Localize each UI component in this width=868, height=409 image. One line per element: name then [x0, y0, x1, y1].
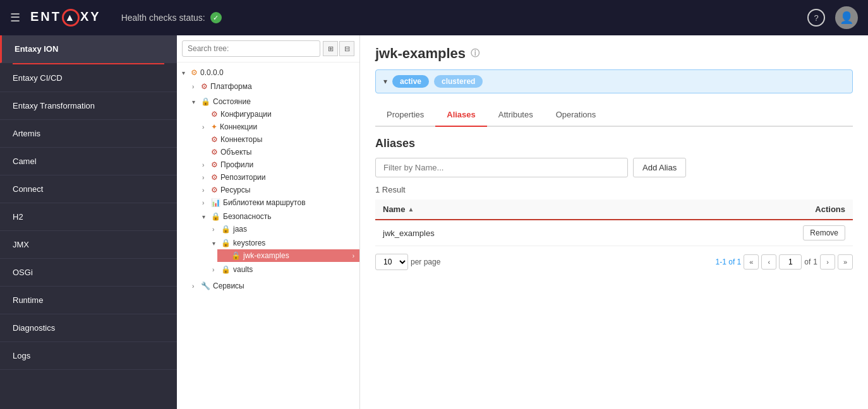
col-actions: Actions — [790, 199, 853, 220]
sidebar-item-label: JMX — [13, 240, 29, 249]
sidebar-item-connect[interactable]: Connect — [0, 175, 177, 203]
tree-node-label: Платформа — [210, 82, 252, 91]
tree-search-input[interactable] — [182, 40, 320, 57]
table-row: jwk_examples Remove — [375, 220, 853, 246]
col-actions-label: Actions — [815, 204, 845, 214]
tree-node-label: Профили — [220, 160, 253, 169]
health-check-icon: ✓ — [213, 14, 219, 22]
sidebar-item-label: Diagnostics — [13, 323, 55, 333]
sort-asc-icon: ▲ — [407, 206, 414, 213]
tree-node-row-vaults[interactable]: › 🔒 vaults — [207, 263, 359, 276]
tree-node-row-config[interactable]: ⚙ Конфигурации — [197, 108, 359, 121]
sidebar-item-label: Connect — [13, 184, 43, 194]
sidebar-item-entaxy-ion[interactable]: Entaxy ION — [0, 35, 177, 63]
chevron-right-icon: › — [202, 187, 208, 194]
tree-node-label: Безопасность — [223, 212, 272, 221]
health-status: Health checks status: ✓ — [121, 12, 222, 23]
tab-properties[interactable]: Properties — [375, 104, 435, 127]
tree-collapse-all-button[interactable]: ⊟ — [339, 41, 354, 56]
tree-node-label: jaas — [233, 225, 247, 234]
chevron-right-icon: › — [212, 226, 219, 233]
chevron-right-icon: › — [202, 162, 208, 169]
sidebar-item-diagnostics[interactable]: Diagnostics — [0, 314, 177, 342]
tree-node-row-jaas[interactable]: › 🔒 jaas — [207, 223, 359, 235]
per-page-select[interactable]: 10 25 50 — [375, 254, 408, 270]
sidebar-item-logs[interactable]: Logs — [0, 342, 177, 370]
tree-search-bar: ⊞ ⊟ — [177, 35, 359, 62]
tree-node-label: Коннекции — [220, 122, 257, 131]
tree-node-row-connectors[interactable]: ⚙ Коннекторы — [197, 133, 359, 146]
next-page-button[interactable]: › — [820, 254, 835, 270]
pagination-right: 1-1 of 1 « ‹ of 1 › » — [716, 254, 853, 270]
tree-node-label: Библиотеки маршрутов — [223, 198, 306, 207]
tab-aliases[interactable]: Aliases — [435, 104, 487, 127]
sidebar-item-label: OSGi — [13, 268, 33, 277]
help-icon[interactable]: ? — [807, 9, 825, 27]
first-page-button[interactable]: « — [744, 254, 759, 270]
sidebar-item-label: Entaxy Transformation — [13, 101, 95, 110]
node-icon-state: 🔒 — [201, 97, 210, 106]
tabs-row: Properties Aliases Attributes Operations — [375, 104, 853, 127]
node-icon-services: 🔧 — [201, 282, 210, 290]
tab-attributes[interactable]: Attributes — [487, 104, 545, 127]
sidebar-item-entaxy-transformation[interactable]: Entaxy Transformation — [0, 92, 177, 120]
tree-node-row-objects[interactable]: ⚙ Объекты — [197, 146, 359, 158]
chevron-down-icon: ▾ — [202, 213, 208, 220]
tree-node-row-resources[interactable]: › ⚙ Ресурсы — [197, 184, 359, 196]
tab-operations[interactable]: Operations — [545, 104, 608, 127]
tree-node-row-route-libs[interactable]: › 📊 Библиотеки маршрутов — [197, 196, 359, 209]
add-alias-button[interactable]: Add Alias — [633, 158, 686, 177]
info-icon[interactable]: ⓘ — [471, 48, 479, 59]
table-body: jwk_examples Remove — [375, 220, 853, 246]
node-icon-jwk-examples: 🔒 — [231, 251, 241, 260]
page-input[interactable] — [779, 254, 802, 270]
pagination-left: 10 25 50 per page — [375, 254, 440, 270]
menu-icon[interactable]: ☰ — [10, 11, 20, 25]
tree-node-row-keystores[interactable]: ▾ 🔒 keystores — [207, 237, 359, 249]
chevron-right-icon: › — [202, 199, 208, 206]
sidebar-item-artemis[interactable]: Artemis — [0, 120, 177, 148]
of-label: of — [804, 258, 811, 266]
sidebar-item-label: Artemis — [13, 129, 40, 138]
tree-node-label: keystores — [233, 239, 265, 247]
sort-name[interactable]: Name ▲ — [383, 204, 782, 214]
filter-input[interactable] — [375, 158, 628, 177]
sidebar-item-h2[interactable]: H2 — [0, 203, 177, 231]
tree-node-row-repos[interactable]: › ⚙ Репозитории — [197, 171, 359, 184]
prev-page-button[interactable]: ‹ — [761, 254, 776, 270]
tree-node-state: ▾ 🔒 Состояние ⚙ Конфигурации › — [187, 94, 359, 278]
sidebar-item-entaxy-cicd[interactable]: Entaxy CI/CD — [0, 64, 177, 92]
logo-text: ENT▲XY — [30, 9, 101, 27]
tree-content: ▾ ⚙ 0.0.0.0 › ⚙ Платформа — [177, 62, 359, 409]
tree-node-row-root[interactable]: ▾ ⚙ 0.0.0.0 — [177, 66, 359, 79]
status-chevron-icon[interactable]: ▾ — [383, 77, 387, 86]
chevron-right-icon: › — [212, 266, 219, 273]
tree-expand-all-button[interactable]: ⊞ — [323, 41, 338, 56]
chevron-right-icon: › — [192, 83, 198, 90]
tree-node-row-connections[interactable]: › ✦ Коннекции — [197, 121, 359, 133]
logo: ENT▲XY — [30, 9, 101, 27]
avatar-icon: 👤 — [840, 11, 853, 25]
last-page-button[interactable]: » — [838, 254, 853, 270]
status-badge-clustered: clustered — [434, 75, 483, 88]
aliases-section: Aliases Add Alias 1 Result Name ▲ — [375, 137, 853, 270]
chevron-right-icon: › — [192, 283, 198, 290]
page-range-label: 1-1 of 1 — [716, 258, 742, 266]
node-icon-keystores: 🔒 — [221, 239, 231, 247]
node-icon-connections: ✦ — [211, 122, 217, 131]
col-name-label: Name — [383, 204, 405, 214]
sidebar-item-runtime[interactable]: Runtime — [0, 287, 177, 314]
sidebar-item-jmx[interactable]: JMX — [0, 231, 177, 259]
tree-node-row-services[interactable]: › 🔧 Сервисы — [187, 280, 359, 292]
tree-node-row-security[interactable]: ▾ 🔒 Безопасность — [197, 210, 359, 223]
sidebar-item-osgi[interactable]: OSGi — [0, 259, 177, 287]
tree-node-label: Репозитории — [220, 173, 266, 182]
avatar[interactable]: 👤 — [835, 6, 858, 29]
remove-button[interactable]: Remove — [803, 225, 845, 240]
tree-node-row-jwk-examples[interactable]: 🔒 jwk-examples › — [217, 249, 359, 262]
tree-node-row-platform[interactable]: › ⚙ Платформа — [187, 80, 359, 93]
tree-node-row-profiles[interactable]: › ⚙ Профили — [197, 158, 359, 171]
sidebar-item-camel[interactable]: Camel — [0, 148, 177, 175]
tree-node-label: 0.0.0.0 — [200, 68, 224, 77]
tree-node-row-state[interactable]: ▾ 🔒 Состояние — [187, 95, 359, 108]
